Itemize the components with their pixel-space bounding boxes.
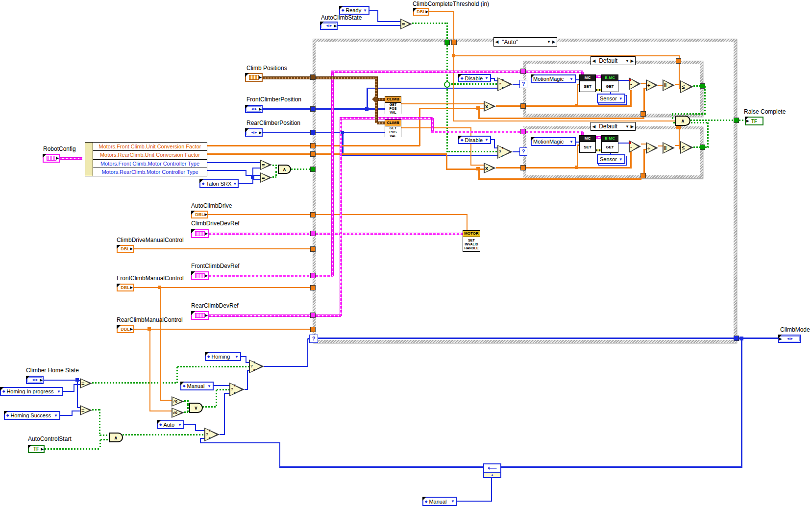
select-node[interactable]: ?TF bbox=[249, 360, 264, 373]
case-selector-terminal[interactable]: ? bbox=[519, 80, 527, 88]
dropdown-icon[interactable]: ▼ bbox=[451, 499, 455, 504]
control-front-climber-position[interactable]: ◄►▶ bbox=[245, 105, 263, 113]
enum-constant-manual[interactable]: ◆Manual▼ bbox=[180, 382, 214, 390]
enum-constant-talon-srx[interactable]: ◆Talon SRX▼ bbox=[199, 179, 239, 188]
multiply-node[interactable]: x bbox=[484, 101, 496, 112]
emc-get-node[interactable]: E-MCGET bbox=[601, 135, 618, 153]
divide-node[interactable]: ÷ bbox=[646, 142, 658, 154]
select-node[interactable]: ?TF bbox=[204, 428, 220, 441]
less-equal-node[interactable]: ≤ bbox=[680, 141, 693, 154]
select-node[interactable]: ?TF bbox=[497, 145, 513, 159]
dropdown-icon[interactable]: ▼ bbox=[619, 157, 623, 162]
case-right-icon[interactable]: ▶ bbox=[552, 40, 555, 44]
feedback-node[interactable]: ⟵▲ bbox=[483, 463, 501, 478]
mc-set-node[interactable]: MCSET bbox=[579, 74, 596, 92]
dropdown-icon[interactable]: ▼ bbox=[57, 389, 61, 394]
indicator-raise-complete[interactable]: ▶TF bbox=[745, 117, 763, 125]
sensor-dropdown[interactable]: Sensor▼ bbox=[597, 94, 625, 103]
case-selector-terminal[interactable]: ? bbox=[519, 147, 527, 156]
sensor-dropdown[interactable]: Sensor▼ bbox=[597, 154, 625, 164]
equal-node[interactable]: = bbox=[260, 160, 272, 170]
select-node[interactable]: ?TF bbox=[229, 383, 245, 396]
equal-node[interactable]: = bbox=[80, 405, 92, 415]
dropdown-icon[interactable]: ▼ bbox=[207, 384, 211, 388]
control-climber-home-state[interactable]: ◄►▶ bbox=[26, 376, 44, 384]
indicator-climb-mode[interactable]: ▶◄► bbox=[778, 335, 801, 343]
unbundle-row-rear-conversion[interactable]: Motors.RearClimb.Unit Conversion Factor bbox=[93, 151, 207, 159]
enum-constant-disable[interactable]: ◆Disable▼ bbox=[458, 136, 491, 144]
equal-node[interactable]: = bbox=[80, 378, 92, 388]
enum-constant-homing-in-progress[interactable]: ◆Homing In progress▼ bbox=[0, 387, 63, 396]
multiply-node[interactable]: x bbox=[484, 163, 496, 173]
enum-constant-homing[interactable]: ◆Homing▼ bbox=[205, 352, 241, 361]
case-right-icon[interactable]: ▶ bbox=[631, 124, 634, 129]
dropdown-icon[interactable]: ▼ bbox=[233, 182, 237, 186]
or-node[interactable]: ∨ bbox=[189, 403, 203, 413]
dropdown-icon[interactable]: ▼ bbox=[363, 8, 367, 13]
dropdown-icon[interactable]: ▼ bbox=[569, 77, 573, 81]
case-selector-terminal[interactable]: ? bbox=[309, 335, 318, 343]
not-equal-zero-node[interactable]: ≠0 bbox=[172, 408, 184, 418]
absolute-value-node[interactable]: ‖ bbox=[663, 79, 675, 91]
climb-get-pos-val-node[interactable]: CLIMBGETPOSVAL bbox=[385, 96, 401, 114]
enum-constant-auto[interactable]: ◆Auto▼ bbox=[157, 420, 184, 429]
control-rear-climber-position[interactable]: ◄►▶ bbox=[245, 128, 263, 137]
less-equal-node[interactable]: ≤ bbox=[680, 80, 693, 93]
control-auto-climb-drive[interactable]: DBL▶ bbox=[191, 211, 208, 218]
unbundle-row-front-conversion[interactable]: Motors.Front Climb.Unit Conversion Facto… bbox=[93, 143, 207, 151]
not-equal-zero-node[interactable]: ≠0 bbox=[172, 396, 184, 407]
dropdown-icon[interactable]: ▼ bbox=[625, 59, 629, 63]
control-climb-complete-threshold[interactable]: DBL▶ bbox=[413, 8, 429, 16]
enum-constant-motion-magic[interactable]: MotionMagic▼ bbox=[531, 137, 576, 146]
control-climb-drive-manual[interactable]: DBL▶ bbox=[117, 245, 134, 253]
motor-set-invalid-handle-node[interactable]: MOTORSETINVALIDHANDLE bbox=[463, 230, 480, 252]
case-selector-label[interactable]: Default bbox=[597, 123, 624, 130]
dropdown-icon[interactable]: ▼ bbox=[625, 124, 629, 129]
control-front-climb-manual[interactable]: DBL▶ bbox=[117, 284, 134, 291]
dropdown-icon[interactable]: ▼ bbox=[485, 76, 489, 80]
and-node[interactable]: ∧ bbox=[109, 433, 123, 442]
control-climb-positions[interactable]: ▶ bbox=[245, 73, 263, 82]
control-rear-climb-dev-ref[interactable]: ▶ bbox=[191, 311, 209, 320]
case-selector-front-default[interactable]: ◀Default▼▶ bbox=[591, 56, 636, 65]
enum-constant-manual[interactable]: ◆Manual▼ bbox=[422, 497, 457, 506]
and-node[interactable]: ∧ bbox=[675, 116, 690, 126]
control-climb-drive-dev-ref[interactable]: ▶ bbox=[191, 229, 209, 238]
control-auto-climb-state[interactable]: ◄►▶ bbox=[320, 22, 338, 30]
unbundle-row-front-controller[interactable]: Motors.Front Climb.Motor Controller Type bbox=[93, 160, 207, 168]
case-right-icon[interactable]: ▶ bbox=[631, 59, 634, 63]
unbundle-row-rear-controller[interactable]: Motors.RearClimb.Motor Controller Type bbox=[93, 168, 207, 176]
case-selector-auto[interactable]: ◀"Auto"▼▶ bbox=[493, 37, 557, 47]
equal-node[interactable]: = bbox=[400, 19, 412, 29]
equal-node[interactable]: = bbox=[260, 172, 272, 183]
case-selector-label[interactable]: Default bbox=[597, 57, 624, 64]
unbundle-by-name-node[interactable]: Motors.Front Climb.Unit Conversion Facto… bbox=[85, 142, 207, 176]
and-node[interactable]: ∧ bbox=[278, 165, 291, 174]
dropdown-icon[interactable]: ▼ bbox=[619, 97, 623, 101]
select-node[interactable]: ?TF bbox=[497, 77, 513, 91]
enum-constant-motion-magic[interactable]: MotionMagic▼ bbox=[531, 74, 576, 83]
divide-node[interactable]: ÷ bbox=[646, 79, 658, 91]
dropdown-icon[interactable]: ▼ bbox=[485, 138, 489, 142]
enum-constant-homing-success[interactable]: ◆Homing Success▼ bbox=[4, 411, 60, 420]
mc-set-node[interactable]: MCSET bbox=[579, 135, 596, 153]
dropdown-icon[interactable]: ▼ bbox=[547, 40, 551, 44]
case-left-icon[interactable]: ◀ bbox=[495, 40, 498, 44]
case-left-icon[interactable]: ◀ bbox=[592, 124, 595, 129]
control-rear-climb-manual[interactable]: DBL▶ bbox=[117, 325, 134, 333]
case-left-icon[interactable]: ◀ bbox=[592, 59, 595, 63]
absolute-value-node[interactable]: ‖ bbox=[663, 142, 675, 154]
dropdown-icon[interactable]: ▼ bbox=[569, 140, 573, 144]
case-selector-label[interactable]: "Auto" bbox=[500, 39, 545, 46]
control-front-climb-dev-ref[interactable]: ▶ bbox=[191, 271, 209, 280]
control-auto-control-start[interactable]: TF▶ bbox=[28, 445, 45, 453]
dropdown-icon[interactable]: ▼ bbox=[178, 423, 182, 427]
feedback-initializer[interactable]: ▲ bbox=[484, 473, 500, 477]
enum-constant-ready[interactable]: ◆Ready▼ bbox=[339, 6, 369, 15]
case-selector-rear-default[interactable]: ◀Default▼▶ bbox=[591, 122, 636, 131]
climb-get-pos-val-node[interactable]: CLIMBGETPOSVAL bbox=[385, 120, 401, 137]
emc-get-node[interactable]: E-MCGET bbox=[601, 74, 618, 92]
enum-constant-disable[interactable]: ◆Disable▼ bbox=[458, 74, 491, 82]
control-robot-config[interactable]: ▶ bbox=[43, 154, 60, 163]
dropdown-icon[interactable]: ▼ bbox=[54, 413, 58, 418]
